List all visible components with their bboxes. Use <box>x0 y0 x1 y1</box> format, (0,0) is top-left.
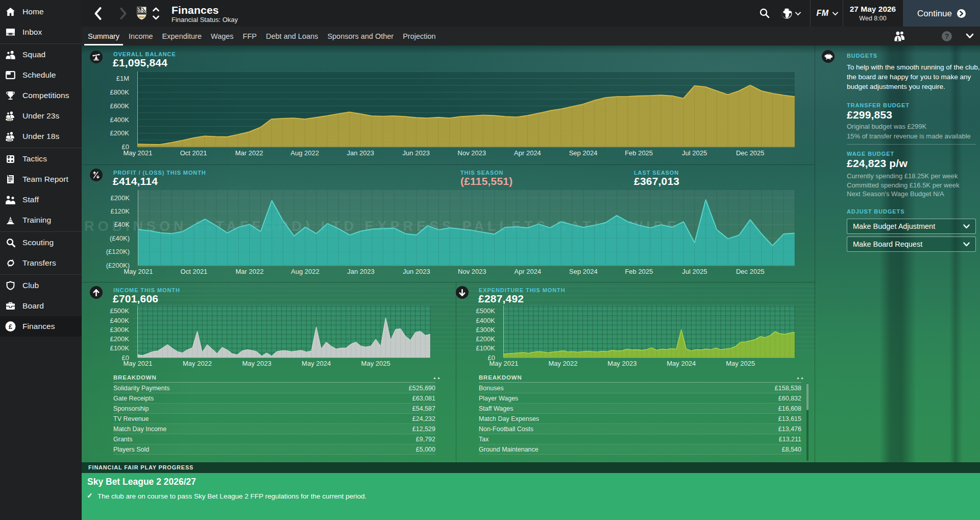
collapse-panel-button[interactable] <box>966 33 974 39</box>
svg-text:£400K: £400K <box>476 317 495 324</box>
fm-logo: FM <box>816 9 828 18</box>
sidebar-item-label: Inbox <box>22 28 42 37</box>
finances-icon: £ <box>5 321 16 332</box>
sidebar-item-label: Under 23s <box>22 111 59 121</box>
breakdown-row[interactable]: Players Sold£5,000 <box>113 444 435 455</box>
svg-text:£300K: £300K <box>110 326 129 334</box>
chevron-left-icon <box>95 8 100 19</box>
sidebar: HomeInboxSquadScheduleCompetitionsU23Und… <box>0 0 82 520</box>
tab-sponsors-and-other[interactable]: Sponsors and Other <box>323 27 398 45</box>
fm-finances-screen: HomeInboxSquadScheduleCompetitionsU23Und… <box>0 0 980 520</box>
breakdown-row[interactable]: Sponsorship£54,587 <box>113 404 435 414</box>
scrollbar-thumb[interactable] <box>806 384 808 410</box>
sidebar-item-transfers[interactable]: Transfers <box>0 253 82 273</box>
sidebar-item-home[interactable]: Home <box>0 2 82 22</box>
check-icon: ✓ <box>87 491 93 500</box>
ffp-status-banner: Sky Bet League 2 2026/27 ✓ The club are … <box>82 473 980 520</box>
tab-income[interactable]: Income <box>124 27 158 45</box>
breakdown-row[interactable]: TV Revenue£24,232 <box>113 414 435 424</box>
breakdown-row[interactable]: Player Wages£60,832 <box>479 393 801 404</box>
sidebar-item-club[interactable]: Club <box>0 275 82 296</box>
sidebar-item-inbox[interactable]: Inbox <box>0 22 82 42</box>
club-crest[interactable] <box>136 6 147 20</box>
tab-summary[interactable]: Summary <box>83 27 124 45</box>
svg-text:Jul 2025: Jul 2025 <box>682 149 707 157</box>
wage-budget-note: Next Season's Wage Budget N/A <box>847 190 944 198</box>
breakdown-row[interactable]: Grants£9,792 <box>113 434 435 444</box>
scrollbar-track[interactable] <box>806 383 808 461</box>
breakdown-row[interactable]: Tax£13,211 <box>479 434 801 444</box>
sidebar-item-under-23s[interactable]: U23Under 23s <box>0 106 82 126</box>
sidebar-item-tactics[interactable]: Tactics <box>0 149 82 169</box>
date-text: 27 May 2026 <box>850 5 896 14</box>
svg-text:Aug 2022: Aug 2022 <box>291 268 320 275</box>
breakdown-row[interactable]: Ground Maintenance£8,540 <box>479 444 801 455</box>
budgets-label: BUDGETS <box>847 53 877 59</box>
sort-icon[interactable]: ▲▲ <box>433 376 441 380</box>
continue-button[interactable]: Continue <box>903 0 980 27</box>
sidebar-item-training[interactable]: Training <box>0 210 82 230</box>
svg-text:£600K: £600K <box>110 102 129 110</box>
breakdown-item-value: £60,832 <box>778 395 801 402</box>
fm-menu[interactable]: FM <box>811 0 843 27</box>
separator <box>810 0 811 27</box>
sidebar-item-scouting[interactable]: Scouting <box>0 232 82 253</box>
svg-text:May 2024: May 2024 <box>667 360 696 367</box>
sidebar-item-squad[interactable]: Squad <box>0 44 82 65</box>
profit-loss-icon <box>90 169 103 181</box>
divider <box>847 144 976 145</box>
svg-text:U23: U23 <box>7 117 12 121</box>
sidebar-item-label: Finances <box>22 322 55 331</box>
prev-section-button[interactable] <box>152 7 160 12</box>
income-icon <box>90 286 103 299</box>
breakdown-item-label: Player Wages <box>479 395 518 402</box>
svg-text:?: ? <box>945 32 949 40</box>
svg-text:£200K: £200K <box>110 194 130 202</box>
sidebar-item-staff[interactable]: Staff <box>0 190 82 210</box>
sidebar-item-competitions[interactable]: Competitions <box>0 85 82 106</box>
under23-icon: U23 <box>5 111 16 122</box>
chevron-down-icon <box>963 224 970 229</box>
next-section-button[interactable] <box>152 15 160 20</box>
breakdown-item-label: Match Day Expenses <box>479 415 539 422</box>
sidebar-item-board[interactable]: Board <box>0 296 82 316</box>
breakdown-row[interactable]: Staff Wages£16,608 <box>479 404 801 414</box>
search-button[interactable] <box>756 6 773 21</box>
tab-debt-and-loans[interactable]: Debt and Loans <box>261 27 323 45</box>
breakdown-row[interactable]: Solidarity Payments£525,690 <box>113 383 435 393</box>
svg-text:Feb 2025: Feb 2025 <box>625 268 653 275</box>
svg-text:Jan 2023: Jan 2023 <box>347 268 375 275</box>
breakdown-row[interactable]: Match Day Expenses£13,615 <box>479 414 801 424</box>
sort-icon[interactable]: ▲▲ <box>796 376 804 380</box>
breakdown-item-value: £525,690 <box>409 385 435 392</box>
make-budget-adjustment-dropdown[interactable]: Make Budget Adjustment <box>847 219 976 234</box>
svg-text:Sep 2024: Sep 2024 <box>569 149 598 157</box>
breakdown-row[interactable]: Non-Football Costs£13,476 <box>479 424 801 434</box>
svg-text:Apr 2024: Apr 2024 <box>514 149 541 157</box>
back-button[interactable] <box>89 0 106 27</box>
svg-text:£100K: £100K <box>110 344 129 352</box>
transfer-budget-label: TRANSFER BUDGET <box>847 102 910 108</box>
breakdown-row[interactable]: Gate Receipts£63,081 <box>113 393 435 404</box>
budgets-intro: To help with the smooth running of the c… <box>847 62 980 91</box>
sidebar-item-label: Club <box>22 281 39 290</box>
tab-expenditure[interactable]: Expenditure <box>158 27 206 45</box>
breakdown-row[interactable]: Match Day Income£12,529 <box>113 424 435 434</box>
tab-ffp[interactable]: FFP <box>238 27 261 45</box>
squad-quick-view-button[interactable] <box>893 31 905 41</box>
breakdown-item-label: Bonuses <box>479 385 504 392</box>
breakdown-row[interactable]: Bonuses£158,538 <box>479 383 801 393</box>
sidebar-item-team-report[interactable]: Team Report <box>0 169 82 190</box>
tab-projection[interactable]: Projection <box>398 27 440 45</box>
help-button[interactable]: ? <box>941 31 952 42</box>
sidebar-item-under-18s[interactable]: U18Under 18s <box>0 126 82 147</box>
breakdown-item-value: £24,232 <box>412 415 435 422</box>
sidebar-item-schedule[interactable]: Schedule <box>0 65 82 85</box>
language-menu[interactable] <box>778 5 803 21</box>
forward-button[interactable] <box>114 0 132 27</box>
sidebar-item-finances[interactable]: £Finances <box>0 316 82 337</box>
breakdown-item-label: Match Day Income <box>113 426 166 433</box>
game-date[interactable]: 27 May 2026 Wed 8:00 <box>843 0 903 27</box>
make-board-request-dropdown[interactable]: Make Board Request <box>847 237 976 252</box>
tab-wages[interactable]: Wages <box>206 27 238 45</box>
